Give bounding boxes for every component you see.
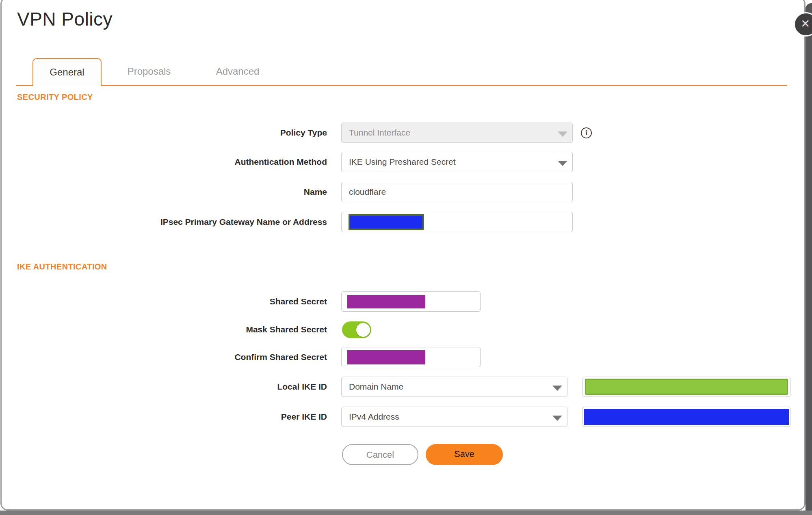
tab-underline [16, 85, 787, 86]
gateway-label: IPsec Primary Gateway Name or Address [106, 212, 327, 232]
confirm-shared-secret-redacted-value [347, 350, 425, 364]
tab-advanced[interactable]: Advanced [205, 58, 270, 85]
name-input[interactable]: cloudflare [341, 182, 573, 202]
peer-ike-id-select[interactable]: IPv4 Address [341, 407, 567, 427]
name-value: cloudflare [349, 187, 386, 196]
chevron-down-icon [552, 416, 562, 421]
tab-general[interactable]: General [32, 58, 102, 86]
local-ike-id-select[interactable]: Domain Name [341, 377, 567, 397]
mask-shared-secret-label: Mask Shared Secret [106, 319, 327, 340]
peer-ike-id-type-value: IPv4 Address [349, 412, 399, 421]
peer-ike-id-label: Peer IKE ID [106, 407, 327, 427]
close-icon: ✕ [801, 17, 810, 30]
shared-secret-redacted-value [347, 295, 425, 308]
mask-shared-secret-toggle[interactable] [342, 321, 371, 338]
page-title: VPN Policy [17, 8, 113, 30]
shared-secret-label: Shared Secret [106, 291, 327, 312]
background-panel-right [806, 3, 812, 515]
auth-method-value: IKE Using Preshared Secret [349, 157, 456, 166]
gateway-redacted-value [349, 214, 424, 230]
auth-method-label: Authentication Method [106, 152, 327, 172]
confirm-shared-secret-label: Confirm Shared Secret [106, 347, 327, 367]
chevron-down-icon [558, 131, 567, 137]
policy-type-select: Tunnel Interface [341, 123, 573, 143]
chevron-down-icon [558, 161, 567, 166]
toggle-knob [356, 323, 370, 337]
peer-ike-id-redacted-value [584, 409, 789, 425]
chevron-down-icon [552, 386, 562, 391]
tab-proposals[interactable]: Proposals [117, 58, 182, 85]
save-button[interactable]: Save [426, 444, 503, 465]
section-ike-authentication: IKE AUTHENTICATION [17, 262, 107, 272]
cancel-button[interactable]: Cancel [342, 444, 418, 465]
local-ike-id-redacted-value [585, 379, 788, 395]
background-panel-bottom [0, 511, 812, 515]
section-security-policy: SECURITY POLICY [17, 93, 93, 102]
info-icon[interactable]: i [581, 127, 592, 138]
vpn-policy-page: VPN Policy ✕ General Proposals Advanced … [0, 0, 812, 515]
local-ike-id-label: Local IKE ID [106, 377, 327, 397]
name-label: Name [106, 182, 327, 202]
policy-type-label: Policy Type [106, 123, 327, 143]
auth-method-select[interactable]: IKE Using Preshared Secret [341, 152, 573, 172]
policy-type-value: Tunnel Interface [349, 128, 410, 137]
local-ike-id-type-value: Domain Name [349, 382, 403, 391]
